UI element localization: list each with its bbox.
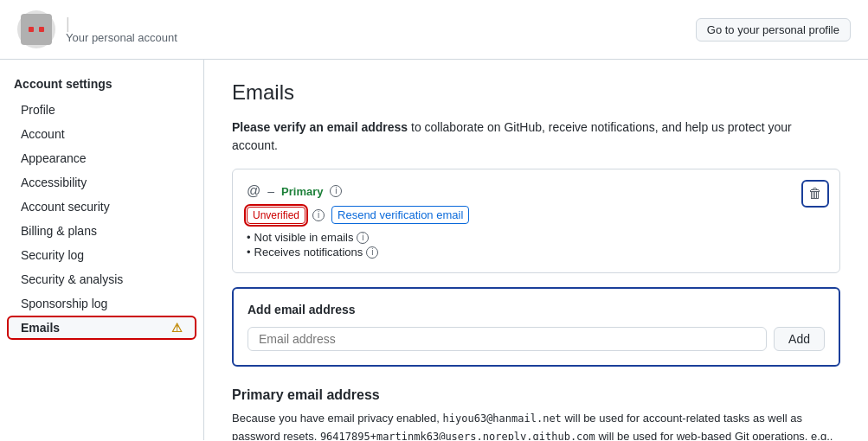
trash-icon: 🗑	[808, 186, 822, 201]
sidebar-item-account-label: Account	[21, 127, 65, 141]
sidebar-item-billing[interactable]: Billing & plans	[7, 219, 196, 243]
bullet-receives-text: Receives notifications	[254, 246, 363, 259]
sidebar-item-security-log-label: Security log	[21, 248, 84, 262]
sidebar-item-accessibility[interactable]: Accessibility	[7, 170, 196, 195]
sidebar-item-sponsorship-log-label: Sponsorship log	[21, 297, 107, 310]
header-pipe: |	[66, 16, 177, 31]
sidebar-item-appearance-label: Appearance	[21, 151, 87, 165]
email-card: @ – Primary i Unverified i Resend verifi…	[232, 169, 840, 273]
sidebar-item-profile-label: Profile	[21, 103, 55, 117]
sidebar-item-security-log[interactable]: Security log	[7, 243, 196, 267]
avatar	[17, 10, 55, 48]
layout: Account settings Profile Account Appeara…	[0, 60, 868, 440]
sidebar-item-appearance[interactable]: Appearance	[7, 146, 196, 170]
go-to-profile-button[interactable]: Go to your personal profile	[696, 18, 851, 42]
sidebar: Account settings Profile Account Appeara…	[0, 60, 204, 440]
header-left: | Your personal account	[17, 10, 177, 48]
sidebar-item-profile[interactable]: Profile	[7, 98, 196, 122]
at-symbol: @	[247, 183, 260, 199]
verify-notice-bold: Please verify an email address	[232, 120, 408, 134]
email-card-row2: Unverified i Resend verification email	[247, 206, 826, 224]
add-email-label: Add email address	[248, 303, 825, 316]
email-card-row1: @ – Primary i	[247, 183, 826, 199]
avatar-eye-left	[29, 27, 34, 32]
add-email-row: Add	[248, 327, 825, 351]
primary-label: Primary	[281, 185, 323, 198]
email-dash: –	[267, 184, 274, 198]
resend-verification-link[interactable]: Resend verification email	[331, 206, 469, 224]
sidebar-item-emails-label: Emails	[21, 321, 60, 335]
header: | Your personal account Go to your perso…	[0, 0, 868, 60]
not-visible-info-icon[interactable]: i	[357, 232, 369, 244]
primary-email-section: Primary email address Because you have e…	[232, 387, 840, 440]
primary-text-before: Because you have email privacy enabled,	[232, 412, 440, 425]
bullet-not-visible: Not visible in emails i	[247, 231, 826, 244]
warning-icon: ⚠	[171, 321, 183, 335]
main-content: Emails Please verify an email address to…	[204, 60, 868, 440]
delete-email-button[interactable]: 🗑	[801, 180, 829, 208]
header-account-label: Your personal account	[66, 31, 177, 44]
unverified-info-icon[interactable]: i	[312, 209, 325, 221]
sidebar-item-security-analysis-label: Security & analysis	[21, 272, 123, 286]
sidebar-heading: Account settings	[0, 74, 203, 98]
sidebar-item-sponsorship-log[interactable]: Sponsorship log	[7, 291, 196, 316]
sidebar-item-accessibility-label: Accessibility	[21, 176, 87, 189]
primary-email1: hiyou63@hanmail.net	[443, 412, 562, 425]
sidebar-item-billing-label: Billing & plans	[21, 224, 97, 238]
add-email-button[interactable]: Add	[774, 327, 825, 351]
primary-section-title: Primary email address	[232, 387, 840, 403]
sidebar-item-security-analysis[interactable]: Security & analysis	[7, 267, 196, 291]
page-title: Emails	[232, 80, 840, 105]
header-user-info: | Your personal account	[66, 16, 177, 44]
receives-info-icon[interactable]: i	[366, 246, 378, 259]
avatar-inner	[21, 14, 52, 45]
bullet-not-visible-text: Not visible in emails	[254, 231, 354, 244]
add-email-section: Add email address Add	[232, 287, 840, 367]
email-card-bullets: Not visible in emails i Receives notific…	[247, 231, 826, 259]
sidebar-item-account-security[interactable]: Account security	[7, 195, 196, 219]
avatar-eyes	[29, 27, 44, 32]
avatar-eye-right	[39, 27, 44, 32]
sidebar-item-emails[interactable]: Emails ⚠	[7, 316, 196, 340]
sidebar-item-account[interactable]: Account	[7, 122, 196, 146]
primary-info-icon[interactable]: i	[330, 185, 342, 197]
verify-notice: Please verify an email address to collab…	[232, 118, 840, 155]
primary-section-text: Because you have email privacy enabled, …	[232, 410, 840, 440]
email-address-input[interactable]	[248, 327, 767, 351]
primary-email2: 96417895+martinmk63@users.noreply.github…	[320, 431, 595, 440]
unverified-badge: Unverified	[247, 207, 305, 224]
bullet-receives-notifications: Receives notifications i	[247, 246, 826, 259]
sidebar-item-account-security-label: Account security	[21, 200, 110, 214]
